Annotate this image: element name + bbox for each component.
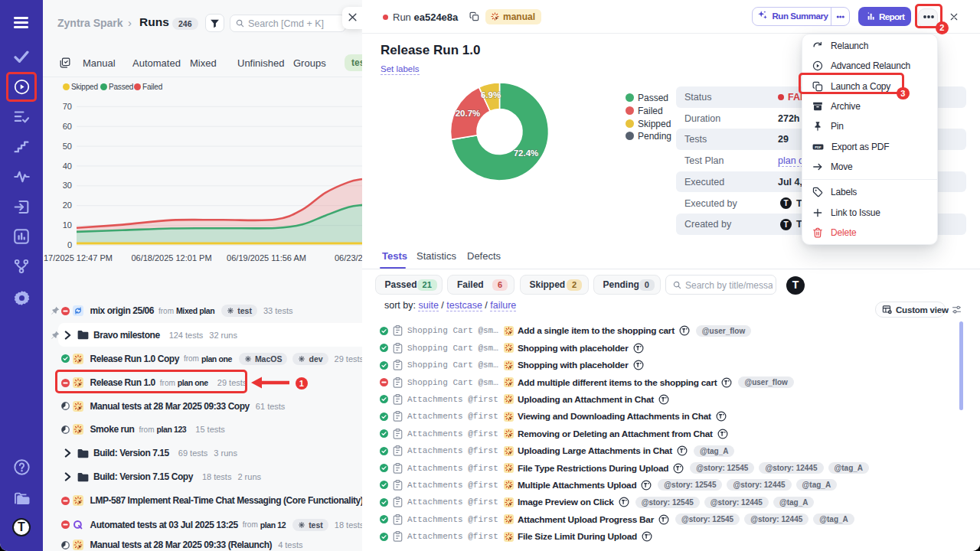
svg-text:0: 0 — [67, 240, 72, 249]
svg-text:10: 10 — [63, 220, 72, 230]
svg-text:20: 20 — [63, 201, 72, 210]
svg-text:06/18/2025 12:01 PM: 06/18/2025 12:01 PM — [131, 253, 211, 262]
svg-text:17/2025 12:47 PM: 17/2025 12:47 PM — [44, 253, 113, 262]
svg-text:PDF: PDF — [815, 145, 822, 148]
svg-text:40: 40 — [63, 161, 72, 171]
svg-text:06/23/2025: 06/23/2025 — [335, 253, 362, 262]
svg-text:60: 60 — [63, 122, 72, 131]
svg-text:50: 50 — [63, 142, 72, 151]
svg-text:20.7%: 20.7% — [456, 109, 481, 118]
svg-text:70: 70 — [63, 102, 72, 111]
svg-text:06/19/2025 11:56 AM: 06/19/2025 11:56 AM — [227, 253, 306, 262]
svg-text:6.9%: 6.9% — [481, 90, 501, 99]
svg-text:72.4%: 72.4% — [514, 148, 539, 158]
svg-text:30: 30 — [63, 181, 72, 190]
